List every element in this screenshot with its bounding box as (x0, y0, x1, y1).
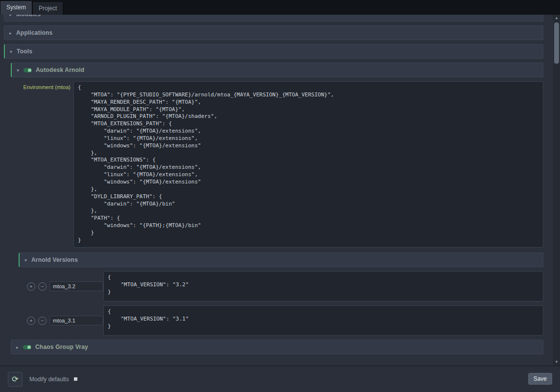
settings-content: ▸ Modules ▸ Applications ▾ Tools ▾ (0, 15, 560, 366)
section-title-modules: Modules (16, 15, 41, 18)
footer-bar: ⟳ Modify defaults Save (0, 366, 560, 392)
chevron-down-icon: ▾ (10, 49, 17, 54)
tab-project[interactable]: Project (32, 1, 63, 15)
environment-row: Environment (mtoa) { "MTOA": "{PYPE_STUD… (11, 81, 543, 248)
section-title-autodesk-arnold: Autodesk Arnold (36, 67, 84, 73)
version-key-input[interactable] (49, 316, 103, 325)
scroll-down-icon[interactable]: ▼ (553, 359, 560, 366)
chevron-down-icon: ▾ (24, 257, 31, 263)
chevron-down-icon: ▾ (17, 68, 23, 73)
section-title-arnold-versions: Arnold Versions (31, 256, 78, 263)
version-json-editor[interactable]: { "MTOA_VERSION": "3.2" } (103, 271, 543, 301)
remove-version-button[interactable]: − (38, 317, 47, 325)
version-row: + − { "MTOA_VERSION": "3.1" } (19, 305, 543, 336)
remove-version-button[interactable]: − (38, 282, 47, 291)
enabled-toggle-icon[interactable] (23, 68, 32, 72)
version-row: + − { "MTOA_VERSION": "3.2" } (19, 271, 543, 301)
chevron-right-icon: ▸ (9, 15, 16, 17)
section-header-tools[interactable]: ▾ Tools (4, 44, 543, 59)
section-header-arnold-versions[interactable]: ▾ Arnold Versions (19, 253, 543, 267)
modify-defaults-label: Modify defaults (29, 376, 69, 383)
add-version-button[interactable]: + (27, 317, 35, 325)
enabled-toggle-icon[interactable] (23, 345, 31, 349)
tab-bar: System Project (0, 0, 560, 15)
arnold-versions-body: + − { "MTOA_VERSION": "3.2" } + − (19, 271, 543, 336)
section-header-autodesk-arnold[interactable]: ▾ Autodesk Arnold (11, 63, 543, 77)
environment-label: Environment (mtoa) (11, 81, 73, 90)
modify-defaults-marker (74, 377, 77, 381)
section-title-tools: Tools (17, 48, 32, 55)
scrollbar-thumb[interactable] (554, 23, 559, 64)
version-row-controls: + − (19, 316, 103, 325)
section-title-applications: Applications (16, 29, 52, 36)
scroll-up-icon[interactable]: ▲ (553, 15, 560, 22)
tools-section-body: ▾ Autodesk Arnold Environment (mtoa) { "… (4, 63, 543, 354)
modify-defaults-toggle[interactable]: Modify defaults (29, 376, 77, 383)
vertical-scrollbar[interactable]: ▲ ▼ (553, 15, 560, 366)
chevron-right-icon: ▸ (9, 30, 16, 36)
refresh-button[interactable]: ⟳ (8, 372, 23, 387)
section-header-applications[interactable]: ▸ Applications (4, 25, 543, 40)
environment-json-editor[interactable]: { "MTOA": "{PYPE_STUDIO_SOFTWARE}/arnold… (73, 81, 543, 248)
version-row-controls: + − (19, 281, 103, 291)
section-header-chaos-group-vray[interactable]: ▸ Chaos Group Vray (11, 340, 543, 354)
settings-window: System Project ▸ Modules ▸ Applications … (0, 0, 560, 392)
version-key-input[interactable] (49, 281, 103, 291)
scrollbar-track[interactable] (553, 22, 560, 359)
add-version-button[interactable]: + (27, 282, 35, 291)
chevron-right-icon: ▸ (16, 345, 23, 350)
section-title-chaos-group-vray: Chaos Group Vray (35, 344, 88, 350)
version-json-editor[interactable]: { "MTOA_VERSION": "3.1" } (103, 305, 543, 336)
save-button[interactable]: Save (528, 373, 552, 385)
tab-system[interactable]: System (0, 0, 32, 15)
section-header-modules[interactable]: ▸ Modules (4, 15, 543, 22)
